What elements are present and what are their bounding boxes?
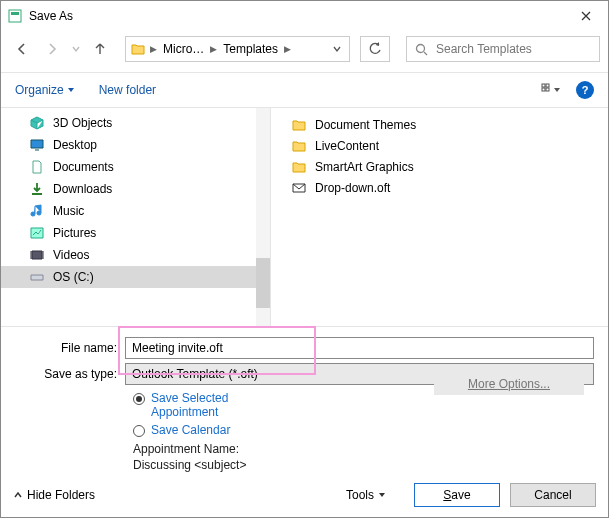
radio-icon [133, 425, 145, 437]
hide-folders-button[interactable]: Hide Folders [13, 488, 95, 502]
search-box[interactable] [406, 36, 600, 62]
tree-item-label: Music [53, 204, 84, 218]
file-item[interactable]: LiveContent [271, 135, 608, 156]
breadcrumb-root[interactable]: Micro… [159, 42, 208, 56]
filename-input[interactable] [125, 337, 594, 359]
tree-item[interactable]: Videos [1, 244, 270, 266]
address-dropdown-icon[interactable] [327, 45, 347, 53]
file-list: Document ThemesLiveContentSmartArt Graph… [271, 108, 608, 326]
view-mode-button[interactable] [536, 79, 566, 101]
radio-save-calendar-label: Save Calendar [151, 423, 230, 437]
address-bar[interactable]: ▶ Micro… ▶ Templates ▶ [125, 36, 350, 62]
dialog-title: Save As [29, 9, 73, 23]
chevron-right-icon: ▶ [208, 44, 219, 54]
file-item[interactable]: SmartArt Graphics [271, 156, 608, 177]
cancel-label: Cancel [534, 488, 571, 502]
video-icon [29, 247, 45, 263]
tree-item[interactable]: Documents [1, 156, 270, 178]
tree-item-label: Desktop [53, 138, 97, 152]
app-icon [7, 8, 23, 24]
toolbar: Organize New folder ? [1, 73, 608, 107]
tree-item-label: Documents [53, 160, 114, 174]
tree-item-label: OS (C:) [53, 270, 94, 284]
doc-icon [29, 159, 45, 175]
tools-menu[interactable]: Tools [346, 488, 386, 502]
title-bar: Save As [1, 1, 608, 30]
organize-label: Organize [15, 83, 64, 97]
chevron-right-icon: ▶ [148, 44, 159, 54]
main-area: 3D ObjectsDesktopDocumentsDownloadsMusic… [1, 107, 608, 327]
save-label: Save [443, 488, 470, 502]
file-item[interactable]: Drop-down.oft [271, 177, 608, 198]
drive-icon [29, 269, 45, 285]
search-input[interactable] [434, 41, 591, 57]
recent-dropdown[interactable] [69, 36, 83, 62]
more-options-label: More Options... [468, 377, 550, 391]
forward-button[interactable] [39, 36, 65, 62]
file-item[interactable]: Document Themes [271, 114, 608, 135]
new-folder-label: New folder [99, 83, 156, 97]
savetype-label: Save as type: [15, 367, 125, 381]
refresh-button[interactable] [360, 36, 390, 62]
file-item-label: LiveContent [315, 139, 379, 153]
svg-rect-3 [542, 84, 545, 87]
chevron-up-icon [13, 490, 23, 500]
radio-save-selected-label: Save Selected Appointment [151, 391, 251, 419]
filename-label: File name: [15, 341, 125, 355]
organize-menu[interactable]: Organize [15, 83, 75, 97]
tree-item[interactable]: OS (C:) [1, 266, 270, 288]
tree-item[interactable]: 3D Objects [1, 112, 270, 134]
svg-rect-1 [11, 12, 19, 15]
close-button[interactable] [563, 1, 608, 30]
chevron-down-icon [378, 491, 386, 499]
svg-rect-6 [546, 88, 549, 91]
appointment-name-value: Discussing <subject> [133, 458, 246, 472]
chevron-right-icon: ▶ [282, 44, 293, 54]
footer: Hide Folders Tools Save Cancel [1, 473, 608, 517]
folder-icon [291, 159, 307, 175]
file-item-label: Drop-down.oft [315, 181, 390, 195]
file-item-label: Document Themes [315, 118, 416, 132]
up-button[interactable] [87, 36, 113, 62]
radio-save-calendar[interactable]: Save Calendar [133, 423, 594, 437]
more-options-button[interactable]: More Options... [434, 373, 584, 395]
radio-icon [133, 393, 145, 405]
tree-item-label: Videos [53, 248, 89, 262]
hide-folders-label: Hide Folders [27, 488, 95, 502]
svg-rect-4 [546, 84, 549, 87]
folder-icon [128, 43, 148, 55]
new-folder-button[interactable]: New folder [99, 83, 156, 97]
folder-icon [291, 138, 307, 154]
folder-tree: 3D ObjectsDesktopDocumentsDownloadsMusic… [1, 108, 271, 326]
help-button[interactable]: ? [576, 81, 594, 99]
tree-item[interactable]: Downloads [1, 178, 270, 200]
tree-item[interactable]: Desktop [1, 134, 270, 156]
tree-item-label: Pictures [53, 226, 96, 240]
form-area: File name: Save as type: Save Selected A… [1, 327, 608, 473]
picture-icon [29, 225, 45, 241]
nav-row: ▶ Micro… ▶ Templates ▶ [1, 30, 608, 68]
mail-icon [291, 180, 307, 196]
tree-scrollbar-thumb[interactable] [256, 258, 270, 308]
tree-item[interactable]: Pictures [1, 222, 270, 244]
back-button[interactable] [9, 36, 35, 62]
search-icon [415, 43, 428, 56]
tools-label: Tools [346, 488, 374, 502]
tree-item[interactable]: Music [1, 200, 270, 222]
save-button[interactable]: Save [414, 483, 500, 507]
breadcrumb-current[interactable]: Templates [219, 42, 282, 56]
svg-rect-5 [542, 88, 545, 91]
download-icon [29, 181, 45, 197]
appointment-name-label: Appointment Name: [133, 442, 239, 456]
cancel-button[interactable]: Cancel [510, 483, 596, 507]
folder-icon [291, 117, 307, 133]
svg-point-2 [417, 44, 425, 52]
tree-item-label: Downloads [53, 182, 112, 196]
music-icon [29, 203, 45, 219]
desktop-icon [29, 137, 45, 153]
cube-icon [29, 115, 45, 131]
svg-rect-0 [9, 10, 21, 22]
file-item-label: SmartArt Graphics [315, 160, 414, 174]
tree-item-label: 3D Objects [53, 116, 112, 130]
